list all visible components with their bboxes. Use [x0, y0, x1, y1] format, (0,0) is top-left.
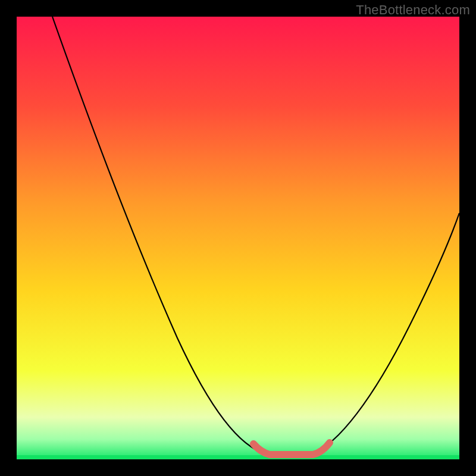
gradient-background — [17, 17, 459, 459]
watermark-text: TheBottleneck.com — [356, 2, 470, 18]
chart-frame: TheBottleneck.com — [0, 0, 476, 476]
chart-svg — [17, 17, 459, 459]
baseline-strip — [17, 455, 459, 459]
plot-area — [17, 17, 459, 459]
